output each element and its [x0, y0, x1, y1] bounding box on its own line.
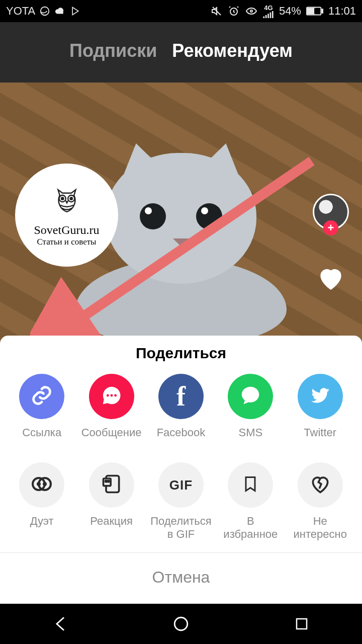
svg-point-27 [174, 617, 188, 630]
nav-back[interactable] [30, 609, 90, 639]
action-not-interested-label: Не интересно [294, 515, 347, 540]
sms-icon [239, 384, 262, 409]
nav-home[interactable] [151, 609, 211, 639]
share-row-primary: Ссылка Сообщение f Facebook [0, 374, 362, 462]
share-row-secondary: Дуэт Реакция GIF Поделиться в GIF В избр… [0, 462, 362, 552]
share-sheet: Поделиться Ссылка Сообщение [0, 336, 362, 604]
tab-following[interactable]: Подписки [69, 40, 157, 61]
svg-rect-6 [270, 12, 272, 18]
signal-icon [263, 11, 274, 18]
carrier-label: YOTA [6, 5, 35, 18]
svg-point-26 [108, 480, 109, 482]
action-react[interactable]: Реакция [79, 462, 144, 540]
action-duet[interactable]: Дуэт [9, 462, 74, 540]
watermark-title: SovetGuru.ru [34, 223, 100, 237]
action-share-gif-label: Поделиться в GIF [150, 515, 211, 540]
share-sheet-title: Поделиться [0, 345, 362, 362]
share-twitter-label: Twitter [304, 426, 336, 450]
svg-point-16 [106, 394, 109, 397]
svg-rect-4 [265, 15, 267, 18]
action-share-gif[interactable]: GIF Поделиться в GIF [148, 462, 214, 540]
svg-point-18 [114, 394, 117, 397]
share-facebook-label: Facebook [157, 426, 206, 450]
svg-point-17 [110, 394, 113, 397]
nav-recent[interactable] [272, 609, 332, 639]
react-icon [101, 473, 123, 497]
gif-icon: GIF [169, 477, 193, 493]
bookmark-icon [241, 473, 259, 497]
author-avatar[interactable]: + [313, 194, 349, 230]
watermark-subtitle: Статьи и советы [37, 237, 96, 247]
svg-point-25 [105, 480, 107, 482]
svg-point-0 [41, 7, 49, 16]
status-bar: YOTA 4G [0, 0, 362, 22]
svg-point-21 [38, 483, 40, 485]
owl-icon [49, 183, 84, 220]
action-favorite[interactable]: В избранное [218, 462, 283, 540]
battery-charging-icon [306, 7, 323, 16]
svg-rect-3 [263, 16, 264, 18]
follow-plus-icon[interactable]: + [323, 220, 338, 235]
action-duet-label: Дуэт [30, 515, 54, 539]
twitter-icon [309, 384, 331, 409]
action-react-label: Реакция [90, 515, 133, 539]
share-message[interactable]: Сообщение [79, 374, 144, 450]
svg-rect-5 [267, 14, 269, 18]
cancel-button[interactable]: Отмена [0, 553, 362, 604]
alarm-icon [228, 5, 240, 17]
share-message-label: Сообщение [81, 426, 142, 450]
svg-point-13 [61, 197, 63, 199]
svg-rect-28 [297, 619, 307, 629]
play-store-icon [70, 6, 80, 17]
share-sms-label: SMS [239, 426, 263, 450]
svg-rect-9 [322, 9, 323, 13]
network-type-label: 4G [264, 5, 273, 11]
like-button[interactable] [313, 260, 349, 296]
share-sms[interactable]: SMS [218, 374, 283, 450]
share-twitter[interactable]: Twitter [288, 374, 353, 450]
clock-label: 11:01 [328, 5, 356, 18]
action-favorite-label: В избранное [223, 515, 278, 540]
svg-rect-10 [308, 8, 315, 14]
feed-tabs: Подписки Рекомендуем [0, 40, 362, 61]
battery-percent: 54% [279, 5, 301, 18]
duet-icon [30, 472, 54, 498]
action-not-interested[interactable]: Не интересно [288, 462, 353, 540]
chat-icon [100, 384, 123, 409]
svg-point-2 [250, 10, 252, 12]
facebook-icon: f [176, 383, 186, 410]
svg-rect-7 [272, 11, 274, 18]
share-link-label: Ссылка [22, 426, 61, 450]
eye-comfort-icon [245, 5, 258, 17]
link-icon [31, 384, 53, 409]
share-facebook[interactable]: f Facebook [148, 374, 214, 450]
firefox-icon [39, 6, 50, 17]
mute-icon [211, 5, 223, 17]
svg-point-14 [70, 197, 72, 199]
android-navbar [0, 604, 362, 644]
heart-broken-icon [309, 473, 331, 497]
watermark-badge: SovetGuru.ru Статьи и советы [15, 164, 118, 267]
svg-point-22 [44, 483, 46, 485]
tab-recommended[interactable]: Рекомендуем [172, 40, 293, 61]
cloud-icon [54, 6, 66, 17]
share-link[interactable]: Ссылка [9, 374, 74, 450]
